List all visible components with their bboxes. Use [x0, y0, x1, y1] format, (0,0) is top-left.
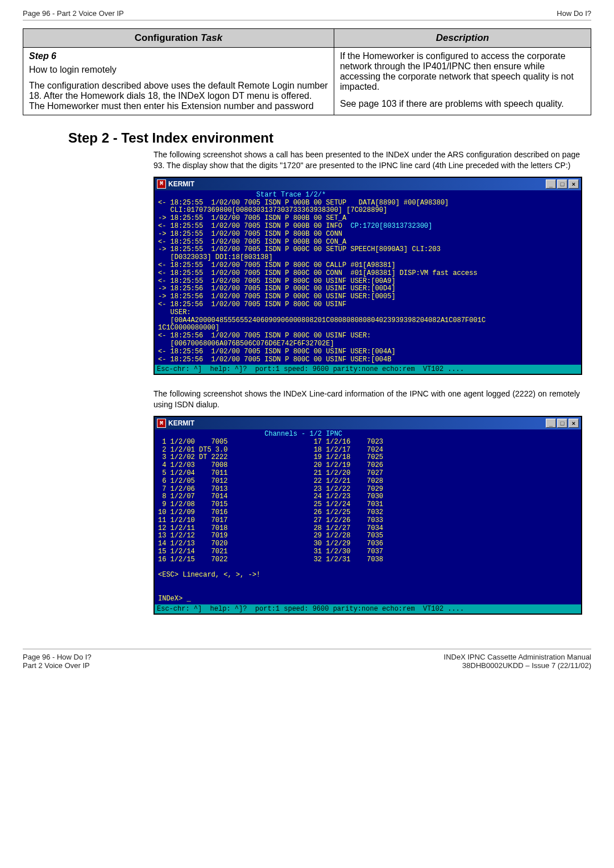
close-icon: ×	[572, 181, 575, 187]
section-title: Step 2 - Test Index environment	[68, 130, 591, 146]
header-left: Page 96 - Part 2 Voice Over IP	[23, 9, 124, 18]
minimize-button[interactable]: _	[546, 419, 556, 428]
titlebar[interactable]: M KERMIT _ □ ×	[155, 178, 581, 190]
minimize-icon: _	[549, 181, 553, 187]
maximize-icon: □	[561, 181, 565, 187]
close-button[interactable]: ×	[569, 419, 579, 428]
desc2: See page 103 if there are problems with …	[340, 99, 585, 109]
config-table: Configuration Task Description Step 6 Ho…	[23, 28, 591, 115]
window-title: KERMIT	[168, 419, 194, 427]
section-p2: The following screenshot shows the INDeX…	[154, 389, 580, 410]
step-sub: How to login remotely	[29, 65, 328, 75]
status-bar: Esc-chr: ^] help: ^]? port:1 speed: 9600…	[155, 604, 581, 614]
step-body: The configuration described above uses t…	[29, 81, 328, 111]
terminal-body: Start Trace 1/2/* <- 18:25:55 1/02/00 70…	[155, 190, 581, 365]
th-config: Configuration Task	[23, 29, 334, 48]
esc-hint: <ESC> Linecard, <, >, ->!	[158, 571, 260, 579]
terminal-body: Channels - 1/2 IPNC 1 1/2/00 7005 17 1/2…	[155, 429, 581, 604]
minimize-button[interactable]: _	[546, 180, 556, 189]
app-icon: M	[157, 180, 166, 189]
header-right: How Do I?	[557, 9, 591, 18]
app-icon: M	[157, 419, 166, 428]
titlebar[interactable]: M KERMIT _ □ ×	[155, 417, 581, 429]
desc1: If the Homeworker is configured to acces…	[340, 51, 585, 92]
th-desc: Description	[334, 29, 591, 48]
section-p1: The following screenshot shows a call ha…	[154, 149, 580, 171]
status-bar: Esc-chr: ^] help: ^]? port:1 speed: 9600…	[155, 365, 581, 374]
window-title: KERMIT	[168, 180, 194, 188]
page-header: Page 96 - Part 2 Voice Over IP How Do I?	[23, 9, 591, 20]
trace-headline: Start Trace 1/2/*	[158, 191, 326, 199]
kermit-window-1: M KERMIT _ □ × Start Trace 1/2/* <- 18:2…	[154, 177, 582, 375]
step-title: Step 6	[29, 51, 328, 61]
maximize-button[interactable]: □	[557, 419, 567, 428]
desc-cell: If the Homeworker is configured to acces…	[334, 48, 591, 115]
maximize-icon: □	[561, 420, 565, 427]
page-footer: Page 96 - How Do I? Part 2 Voice Over IP…	[23, 649, 591, 670]
close-icon: ×	[572, 420, 575, 427]
footer-left: Page 96 - How Do I? Part 2 Voice Over IP	[23, 653, 92, 670]
close-button[interactable]: ×	[569, 180, 579, 189]
channels-headline: Channels - 1/2 IPNC	[158, 430, 342, 438]
minimize-icon: _	[549, 420, 553, 427]
footer-right: INDeX IPNC Cassette Administration Manua…	[444, 653, 591, 670]
prompt[interactable]: INDeX> _	[158, 595, 191, 603]
maximize-button[interactable]: □	[557, 180, 567, 189]
kermit-window-2: M KERMIT _ □ × Channels - 1/2 IPNC 1 1/2…	[154, 416, 582, 615]
step-cell: Step 6 How to login remotely The configu…	[23, 48, 334, 115]
